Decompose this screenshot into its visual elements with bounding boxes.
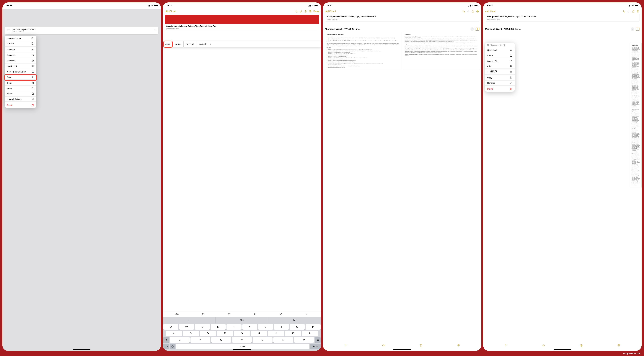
share-button[interactable]	[631, 9, 635, 13]
key-c[interactable]: C	[211, 337, 231, 343]
globe-icon[interactable]	[166, 351, 170, 351]
menu-print[interactable]: Print	[485, 64, 514, 69]
menu-rename[interactable]: Rename	[5, 47, 36, 52]
tool-markup-icon[interactable]	[579, 344, 583, 348]
key-m[interactable]: M	[294, 337, 314, 343]
menu-copy[interactable]: Copy	[5, 80, 36, 86]
format-checklist-icon[interactable]	[201, 312, 205, 317]
share-button[interactable]	[471, 9, 475, 13]
tool-checklist-icon[interactable]	[504, 344, 508, 348]
format-aa[interactable]: Aa	[175, 312, 180, 317]
key-emoji[interactable]	[170, 344, 176, 349]
attachment-chevron[interactable]	[631, 27, 634, 31]
key-r[interactable]: R	[211, 324, 226, 330]
key-w[interactable]: W	[179, 324, 194, 330]
tool-markup-icon[interactable]	[419, 344, 423, 348]
key-g[interactable]: G	[234, 331, 250, 336]
menu-share[interactable]: Share	[5, 91, 36, 97]
edit-paste[interactable]: Paste	[163, 41, 173, 47]
key-s[interactable]: S	[183, 331, 199, 336]
note-body[interactable]: Smartphone Lifehacks, Guides, Tips, Tric…	[163, 14, 321, 351]
undo-button[interactable]	[462, 9, 466, 13]
menu-get-info[interactable]: Get Info	[5, 41, 36, 47]
link-preview[interactable]: Smartphone Lifehacks, Guides, Tips, Tric…	[164, 14, 319, 31]
key-space[interactable]: space	[176, 344, 309, 349]
edit-select[interactable]: Select	[173, 41, 184, 47]
menu-quick-actions[interactable]: Quick Actions	[5, 97, 36, 102]
key-l[interactable]: L	[302, 331, 318, 336]
key-delete[interactable]	[315, 337, 320, 343]
menu-quick-look[interactable]: Quick Look	[485, 47, 514, 53]
menu-save-to-files[interactable]: Save to Files	[485, 58, 514, 64]
edit-select-all[interactable]: Select All	[184, 41, 197, 47]
key-u[interactable]: U	[258, 324, 273, 330]
format-camera-icon[interactable]	[252, 312, 257, 317]
menu-quick-look[interactable]: Quick Look	[5, 63, 36, 69]
key-n[interactable]: N	[273, 337, 293, 343]
edit-menu-more[interactable]: ›	[208, 43, 213, 46]
share-button[interactable]	[304, 9, 308, 13]
link-preview[interactable]: Smartphone Lifehacks, Guides, Tips, Tric…	[485, 14, 640, 22]
key-a[interactable]: A	[166, 331, 182, 336]
key-j[interactable]: J	[268, 331, 284, 336]
menu-compress[interactable]: Compress	[5, 52, 36, 58]
link-preview[interactable]: Smartphone Lifehacks, Guides, Tips, Tric…	[325, 14, 480, 22]
key-o[interactable]: O	[290, 324, 305, 330]
menu-view-as[interactable]: › View AsMedium	[485, 69, 514, 75]
attachment-view-toggle[interactable]	[475, 27, 480, 30]
tool-new-note-icon[interactable]	[456, 344, 460, 348]
mic-icon[interactable]	[314, 351, 317, 351]
back-button[interactable]: ‹All iCloud	[325, 10, 336, 13]
key-t[interactable]: T	[226, 324, 242, 330]
undo-button[interactable]	[294, 9, 298, 13]
tool-camera-icon[interactable]	[381, 344, 386, 348]
key-h[interactable]: H	[251, 331, 267, 336]
menu-rename[interactable]: Rename	[485, 80, 514, 86]
format-table-icon[interactable]	[227, 312, 231, 317]
back-button[interactable]: ‹All iCloud	[164, 10, 176, 13]
key-k[interactable]: K	[285, 331, 301, 336]
key-b[interactable]: B	[252, 337, 272, 343]
menu-tags[interactable]: Tags	[5, 74, 36, 80]
note-body[interactable]: Smartphone Lifehacks, Guides, Tips, Tric…	[323, 14, 482, 351]
key-v[interactable]: V	[232, 337, 252, 343]
file-row[interactable]: NWL2020-report-20201001 3/5/22 · 205 KB	[5, 27, 158, 34]
key-e[interactable]: E	[195, 324, 210, 330]
more-button[interactable]	[476, 9, 480, 13]
menu-new-folder[interactable]: New Folder with Item	[5, 69, 36, 74]
suggestion-1[interactable]: I	[163, 317, 216, 323]
key-return[interactable]: return	[310, 344, 320, 349]
menu-delete[interactable]: Delete	[5, 102, 36, 108]
redo-button[interactable]	[299, 9, 303, 13]
attachment-preview[interactable]: NWL2020/NSWL2020 Final Report Revised 20…	[323, 32, 482, 70]
format-markup-icon[interactable]	[278, 312, 283, 317]
tool-new-note-icon[interactable]	[617, 344, 621, 348]
attachment-view-toggle[interactable]	[636, 27, 640, 30]
menu-move[interactable]: Move	[5, 86, 36, 91]
key-123[interactable]: 123	[163, 344, 169, 349]
key-z[interactable]: Z	[170, 337, 190, 343]
undo-button[interactable]	[622, 9, 626, 13]
suggestion-3[interactable]: I'm	[268, 317, 321, 323]
more-button[interactable]	[636, 9, 640, 13]
key-x[interactable]: X	[190, 337, 210, 343]
more-button[interactable]	[308, 9, 312, 13]
tool-camera-icon[interactable]	[542, 344, 546, 348]
cloud-download-icon[interactable]	[154, 29, 156, 32]
menu-download-now[interactable]: Download Now	[5, 36, 36, 41]
menu-delete[interactable]: Delete	[485, 86, 514, 92]
tool-checklist-icon[interactable]	[344, 344, 348, 348]
note-body[interactable]: Smartphone Lifehacks, Guides, Tips, Tric…	[483, 14, 642, 351]
key-q[interactable]: Q	[163, 324, 178, 330]
key-p[interactable]: P	[306, 324, 320, 330]
menu-copy[interactable]: Copy	[485, 75, 514, 80]
done-button[interactable]: Done	[314, 10, 319, 13]
key-i[interactable]: I	[274, 324, 289, 330]
menu-duplicate[interactable]: Duplicate	[5, 58, 36, 63]
key-d[interactable]: D	[200, 331, 216, 336]
key-y[interactable]: Y	[242, 324, 257, 330]
menu-share[interactable]: Share	[485, 53, 514, 58]
edit-autofill[interactable]: AutoFill	[197, 41, 208, 47]
back-button[interactable]: ‹All iCloud	[485, 10, 496, 13]
attachment-chevron[interactable]	[470, 27, 474, 31]
